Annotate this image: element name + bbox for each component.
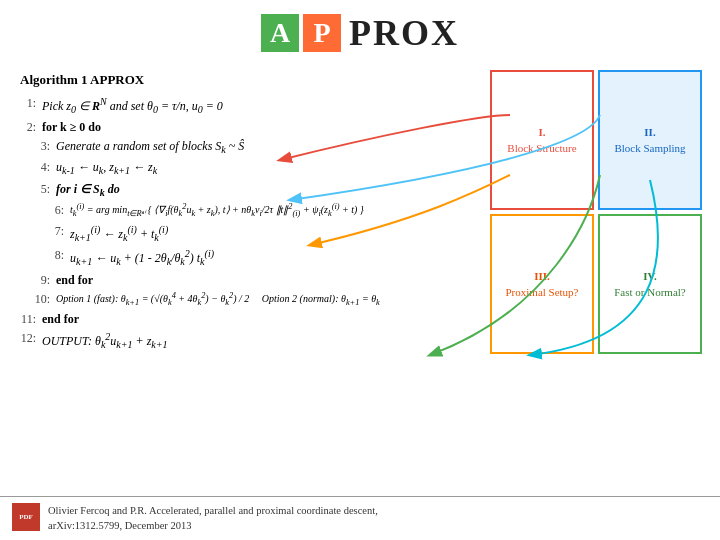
quad-I-label: Block Structure xyxy=(507,141,576,155)
quad-IV-num: IV. xyxy=(643,269,657,283)
line-content-8: uk+1 ← uk + (1 - 2θk/θk2) tk(i) xyxy=(70,246,480,269)
quadrant-II: II. Block Sampling xyxy=(598,70,702,210)
algorithm-title: Algorithm 1 APPROX xyxy=(20,70,480,90)
quad-II-num: II. xyxy=(644,125,655,139)
logo-a: A xyxy=(261,14,299,52)
quadrant-IV: IV. Fast or Normal? xyxy=(598,214,702,354)
algo-line-11: 11: end for xyxy=(20,310,480,328)
line-content-6: tk(i) = arg mint∈Rⁿⁱ { ⟨∇if(θk2uk + zk),… xyxy=(70,201,480,221)
algo-line-7: 7: zk+1(i) ← zk(i) + tk(i) xyxy=(20,222,480,245)
algo-line-2: 2: for k ≥ 0 do xyxy=(20,118,480,136)
algo-line-9: 9: end for xyxy=(20,271,480,289)
footer: PDF Olivier Fercoq and P.R. Accelerated,… xyxy=(0,496,720,541)
citation-line2: arXiv:1312.5799, December 2013 xyxy=(48,520,191,531)
line-content-12: OUTPUT: θk2uk+1 + zk+1 xyxy=(42,329,480,352)
line-content-5: for i ∈ Sk do xyxy=(56,180,480,200)
line-content-11: end for xyxy=(42,310,480,328)
logo-prox: PROX xyxy=(349,12,459,54)
algo-line-8: 8: uk+1 ← uk + (1 - 2θk/θk2) tk(i) xyxy=(20,246,480,269)
main-content: Algorithm 1 APPROX 1: Pick z0 ∈ RN and s… xyxy=(0,62,720,362)
logo-p: P xyxy=(303,14,341,52)
citation-line1: Olivier Fercoq and P.R. Accelerated, par… xyxy=(48,505,378,516)
line-content-4: uk-1 ← uk, zk+1 ← zk xyxy=(56,158,480,178)
algo-line-6: 6: tk(i) = arg mint∈Rⁿⁱ { ⟨∇if(θk2uk + z… xyxy=(20,201,480,221)
quadrant-container: I. Block Structure II. Block Sampling II… xyxy=(490,62,710,362)
line-num-12: 12: xyxy=(20,329,36,352)
line-num-8: 8: xyxy=(48,246,64,269)
line-content-1: Pick z0 ∈ RN and set θ0 = τ/n, u0 = 0 xyxy=(42,94,480,117)
line-num-11: 11: xyxy=(20,310,36,328)
pdf-icon: PDF xyxy=(12,503,40,531)
line-num-5: 5: xyxy=(34,180,50,200)
algo-line-4: 4: uk-1 ← uk, zk+1 ← zk xyxy=(20,158,480,178)
quad-II-label: Block Sampling xyxy=(614,141,685,155)
line-content-10: Option 1 (fast): θk+1 = (√(θk4 + 4θk2) −… xyxy=(56,290,480,310)
line-content-3: Generate a random set of blocks Sk ~ Ŝ xyxy=(56,137,480,157)
footer-citation: Olivier Fercoq and P.R. Accelerated, par… xyxy=(48,503,378,535)
algo-line-12: 12: OUTPUT: θk2uk+1 + zk+1 xyxy=(20,329,480,352)
line-num-7: 7: xyxy=(48,222,64,245)
algo-line-10: 10: Option 1 (fast): θk+1 = (√(θk4 + 4θk… xyxy=(20,290,480,310)
algo-line-1: 1: Pick z0 ∈ RN and set θ0 = τ/n, u0 = 0 xyxy=(20,94,480,117)
quad-III-num: III. xyxy=(534,269,550,283)
line-content-9: end for xyxy=(56,271,480,289)
algorithm-box: Algorithm 1 APPROX 1: Pick z0 ∈ RN and s… xyxy=(10,62,490,362)
line-content-2: for k ≥ 0 do xyxy=(42,118,480,136)
quadrant-I: I. Block Structure xyxy=(490,70,594,210)
line-num-1: 1: xyxy=(20,94,36,117)
line-content-7: zk+1(i) ← zk(i) + tk(i) xyxy=(70,222,480,245)
line-num-2: 2: xyxy=(20,118,36,136)
header: A P PROX xyxy=(0,0,720,62)
quadrant-III: III. Proximal Setup? xyxy=(490,214,594,354)
line-num-10: 10: xyxy=(34,290,50,310)
algo-line-5: 5: for i ∈ Sk do xyxy=(20,180,480,200)
line-num-3: 3: xyxy=(34,137,50,157)
quad-IV-label: Fast or Normal? xyxy=(614,285,685,299)
line-num-9: 9: xyxy=(34,271,50,289)
algo-line-3: 3: Generate a random set of blocks Sk ~ … xyxy=(20,137,480,157)
quad-I-num: I. xyxy=(538,125,545,139)
quad-III-label: Proximal Setup? xyxy=(505,285,578,299)
line-num-4: 4: xyxy=(34,158,50,178)
line-num-6: 6: xyxy=(48,201,64,221)
